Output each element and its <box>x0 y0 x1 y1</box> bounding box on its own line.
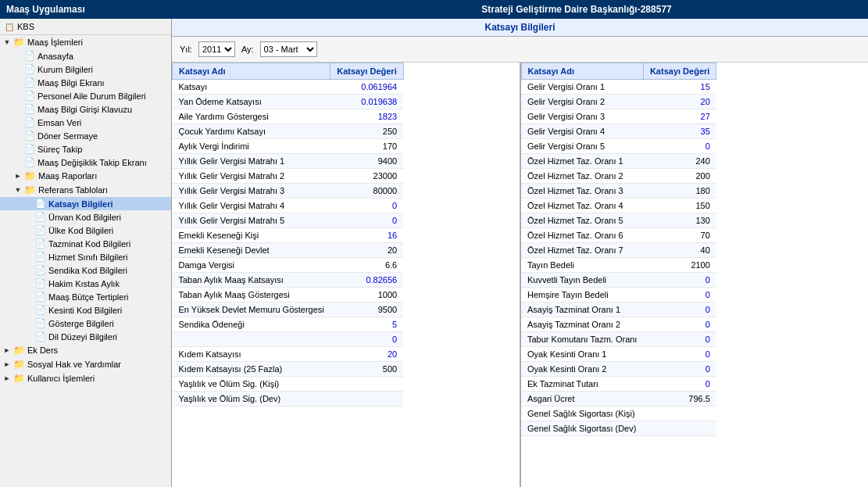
table1-cell-name <box>173 332 330 347</box>
top-bar: Maaş Uygulaması Strateji Geliştirme Dair… <box>0 0 868 19</box>
sidebar-item-gosterge[interactable]: 📄Gösterge Bilgileri <box>0 317 171 330</box>
table2-row: Özel Hizmet Taz. Oranı 1240 <box>521 154 716 169</box>
table2-cell-value: 0 <box>643 317 716 332</box>
table1-cell-value <box>330 392 403 406</box>
sidebar-label-kullanici-islemleri: Kullanıcı İşlemleri <box>27 374 95 383</box>
sidebar-item-unvan-kod[interactable]: 📄Ünvan Kod Bilgileri <box>0 210 171 224</box>
sidebar-item-ulke-kod[interactable]: 📄Ülke Kod Bilgileri <box>0 224 171 237</box>
sidebar-item-maas-bilgi-giris[interactable]: 📄Maaş Bilgi Girişi Klavuzu <box>0 102 171 116</box>
folder-icon-referans-tablolari: 📁 <box>24 184 36 195</box>
sidebar-item-kullanici-islemleri[interactable]: ►📁Kullanıcı İşlemleri <box>0 371 171 385</box>
table1-cell-name: Kıdem Katsayısı <box>173 347 330 362</box>
table2-row: Asayiş Tazminat Oranı 20 <box>521 317 716 332</box>
sidebar-item-doner-sermaye[interactable]: 📄Döner Sermaye <box>0 129 171 142</box>
sidebar-item-kesinti-kod[interactable]: 📄Kesinti Kod Bilgileri <box>0 303 171 317</box>
filter-bar: Yıl: 2009201020112012 Ay: 01 - Ocak02 - … <box>172 37 868 63</box>
table1-row: Katsayı0.061964 <box>173 80 404 95</box>
sidebar-item-emsan-veri[interactable]: 📄Emsan Veri <box>0 116 171 129</box>
table2-row: Gelir Vergisi Oranı 115 <box>521 80 716 95</box>
table1-cell-value: 23000 <box>330 169 403 184</box>
expand-icon-maas-raporlari: ► <box>14 172 22 180</box>
sidebar-item-personel-aile[interactable]: 📄Personel Aile Durum Bilgileri <box>0 89 171 102</box>
table1-row: Kıdem Katsayısı (25 Fazla)500 <box>173 362 404 377</box>
table2-row: Asayiş Tazminat Oranı 10 <box>521 303 716 317</box>
sidebar-item-dil-duzeyi[interactable]: 📄Dil Düzeyi Bilgileri <box>0 330 171 343</box>
system-title: Strateji Geliştirme Daire Başkanlığı-288… <box>291 4 862 15</box>
table2-cell-name: Gelir Vergisi Oranı 3 <box>521 109 643 124</box>
app-title: Maaş Uygulaması <box>6 4 291 15</box>
sidebar-item-ek-ders[interactable]: ►📁Ek Ders <box>0 343 171 357</box>
sidebar-label-maas-bilgi-giris: Maaş Bilgi Girişi Klavuzu <box>38 105 132 114</box>
table1-col1-header: Katsayı Adı <box>173 63 330 80</box>
sidebar-item-tazminat-kod[interactable]: 📄Tazminat Kod Bilgileri <box>0 237 171 250</box>
table2-cell-name: Özel Hizmet Taz. Oranı 7 <box>521 243 643 258</box>
sidebar-item-sendika-kod[interactable]: 📄Sendika Kod Bilgileri <box>0 263 171 277</box>
table2-cell-name: Ek Tazminat Tutarı <box>521 377 643 392</box>
table1-col2-header: Katsayı Değeri <box>330 63 403 80</box>
table1-cell-value: 0.82656 <box>330 273 403 288</box>
table2-row: Tabur Komutanı Tazm. Oranı0 <box>521 332 716 347</box>
table1-cell-name: Çocuk Yardımı Katsayı <box>173 124 330 139</box>
kbs-item[interactable]: 📋 KBS <box>0 19 171 35</box>
table1-row: Taban Aylık Maaş Katsayısı0.82656 <box>173 273 404 288</box>
table1-cell-value: 5 <box>330 317 403 332</box>
table2-cell-name: Hemşire Tayın Bedeli <box>521 288 643 303</box>
sidebar-item-referans-tablolari[interactable]: ▼📁Referans Tabloları <box>0 183 171 197</box>
doc-icon-tazminat-kod: 📄 <box>35 238 46 249</box>
sidebar-item-hizmet-sinifi[interactable]: 📄Hizmet Sınıfı Bilgileri <box>0 250 171 263</box>
sidebar-item-surec-takip[interactable]: 📄Süreç Takip <box>0 142 171 156</box>
content-title: Katsayı Bilgileri <box>172 19 868 37</box>
table2-cell-value: 15 <box>643 80 716 95</box>
table2-cell-name: Kuvvetli Tayın Bedeli <box>521 273 643 288</box>
year-select[interactable]: 2009201020112012 <box>198 41 235 57</box>
table2-cell-value: 796.5 <box>643 392 716 406</box>
expand-icon-referans-tablolari: ▼ <box>14 186 22 194</box>
doc-icon-maas-butce: 📄 <box>35 292 46 302</box>
sidebar-item-maas-degisiklik[interactable]: 📄Maaş Değişiklik Takip Ekranı <box>0 156 171 169</box>
sidebar-label-emsan-veri: Emsan Veri <box>38 118 81 127</box>
sidebar-item-maas-raporlari[interactable]: ►📁Maaş Raporları <box>0 169 171 183</box>
table2-row: Hemşire Tayın Bedeli0 <box>521 288 716 303</box>
table1-row: Taban Aylık Maaş Göstergesi1000 <box>173 288 404 303</box>
table1-row: Emekli Keseneği Devlet20 <box>173 243 404 258</box>
table1-cell-value: 20 <box>330 347 403 362</box>
doc-icon-maas-bilgi-giris: 📄 <box>24 104 35 114</box>
sidebar-label-sendika-kod: Sendika Kod Bilgileri <box>48 266 127 275</box>
doc-icon-katsayi-bilgileri: 📄 <box>35 199 46 209</box>
table2-row: Genel Sağlık Sigortası (Kişi) <box>521 406 716 421</box>
table2-cell-value: 20 <box>643 95 716 109</box>
table1-row: Yıllık Gelir Vergisi Matrahı 223000 <box>173 169 404 184</box>
sidebar-item-anasayfa[interactable]: 📄Anasayfa <box>0 49 171 63</box>
table1-cell-value: 0.019638 <box>330 95 403 109</box>
table1-cell-value: 1000 <box>330 288 403 303</box>
sidebar-item-maas-bilgi-ekrani[interactable]: 📄Maaş Bilgi Ekranı <box>0 76 171 89</box>
sidebar-item-maas-butce[interactable]: 📄Maaş Bütçe Tertipleri <box>0 290 171 303</box>
table2-cell-name: Oyak Kesinti Oranı 2 <box>521 362 643 377</box>
table2-row: Özel Hizmet Taz. Oranı 4150 <box>521 199 716 213</box>
table2-cell-name: Gelir Vergisi Oranı 2 <box>521 95 643 109</box>
sidebar-item-sosyal-hak[interactable]: ►📁Sosyal Hak ve Yardımlar <box>0 357 171 371</box>
table2-row: Kuvvetli Tayın Bedeli0 <box>521 273 716 288</box>
table2-cell-value: 0 <box>643 273 716 288</box>
month-select[interactable]: 01 - Ocak02 - Şubat03 - Mart04 - Nisan <box>260 41 317 57</box>
table1-row: Emekli Keseneği Kişi16 <box>173 228 404 243</box>
sidebar-item-kurum-bilgileri[interactable]: 📄Kurum Bilgileri <box>0 63 171 76</box>
table2-row: Özel Hizmet Taz. Oranı 740 <box>521 243 716 258</box>
sidebar-item-hakim-kistas[interactable]: 📄Hakim Kıstas Aylık <box>0 277 171 290</box>
table1-cell-value: 0 <box>330 213 403 228</box>
sidebar-item-maas-islemleri[interactable]: ▼📁Maaş İşlemleri <box>0 35 171 49</box>
table2-cell-name: Tabur Komutanı Tazm. Oranı <box>521 332 643 347</box>
table2-cell-value: 180 <box>643 184 716 199</box>
sidebar-item-katsayi-bilgileri[interactable]: 📄Katsayı Bilgileri <box>0 197 171 210</box>
table1-cell-name: Yıllık Gelir Vergisi Matrahı 1 <box>173 154 330 169</box>
table2-cell-name: Gelir Vergisi Oranı 4 <box>521 124 643 139</box>
table2-cell-value: 0 <box>643 139 716 154</box>
sidebar-label-maas-butce: Maaş Bütçe Tertipleri <box>48 292 129 302</box>
table1-cell-value: 16 <box>330 228 403 243</box>
doc-icon-hakim-kistas: 📄 <box>35 278 46 288</box>
table2-cell-value <box>643 421 716 436</box>
table2-row: Oyak Kesinti Oranı 10 <box>521 347 716 362</box>
table2-cell-name: Genel Sağlık Sigortası (Dev) <box>521 421 643 436</box>
sidebar-label-surec-takip: Süreç Takip <box>38 145 82 154</box>
table2-cell-value: 0 <box>643 288 716 303</box>
